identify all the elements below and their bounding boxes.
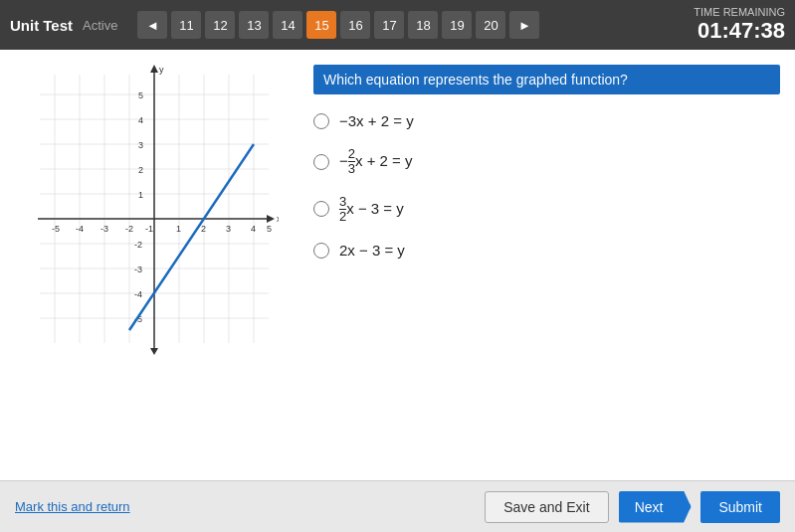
timer-label: TIME REMAINING <box>694 6 785 18</box>
nav-btn-11[interactable]: 11 <box>171 11 201 39</box>
y-axis-label: y <box>159 65 164 75</box>
footer-buttons: Save and Exit Next Submit <box>485 491 780 523</box>
save-exit-button[interactable]: Save and Exit <box>485 491 608 523</box>
nav-btn-13[interactable]: 13 <box>239 11 269 39</box>
question-area: Which equation represents the graphed fu… <box>313 60 780 470</box>
answer-option-b[interactable]: − 2 3 x + 2 = y <box>313 147 780 177</box>
radio-a[interactable] <box>313 113 329 129</box>
svg-marker-21 <box>267 215 275 223</box>
answer-option-d[interactable]: 2x − 3 = y <box>313 242 780 259</box>
graph-area: x y -5 -4 -3 -2 -1 1 2 3 4 5 5 4 3 2 1 -… <box>15 60 294 470</box>
radio-b[interactable] <box>313 154 329 170</box>
nav-btn-14[interactable]: 14 <box>273 11 302 39</box>
nav-btn-[interactable]: ► <box>509 11 539 39</box>
footer: Mark this and return Save and Exit Next … <box>0 480 795 532</box>
radio-d[interactable] <box>313 243 329 259</box>
svg-text:-1: -1 <box>145 224 153 234</box>
nav-btn-[interactable]: ◄ <box>137 11 167 39</box>
svg-text:3: 3 <box>226 224 231 234</box>
header-left: Unit Test Active ◄11121314151617181920► <box>10 11 539 39</box>
svg-text:5: 5 <box>138 90 143 100</box>
header: Unit Test Active ◄11121314151617181920► … <box>0 0 795 50</box>
svg-text:4: 4 <box>138 115 143 125</box>
answer-option-a[interactable]: −3x + 2 = y <box>313 112 780 129</box>
graphed-line <box>129 144 254 330</box>
svg-text:-3: -3 <box>100 224 108 234</box>
coordinate-graph: x y -5 -4 -3 -2 -1 1 2 3 4 5 5 4 3 2 1 -… <box>30 65 279 363</box>
svg-text:-2: -2 <box>125 224 133 234</box>
submit-button[interactable]: Submit <box>700 491 780 523</box>
svg-marker-23 <box>150 348 158 355</box>
nav-btn-19[interactable]: 19 <box>442 11 472 39</box>
test-title: Unit Test <box>10 17 73 34</box>
option-d-label: 2x − 3 = y <box>339 242 405 259</box>
svg-text:-4: -4 <box>134 289 142 299</box>
svg-text:2: 2 <box>138 165 143 175</box>
svg-text:-3: -3 <box>134 265 142 274</box>
svg-text:2: 2 <box>201 224 206 234</box>
test-status: Active <box>83 18 117 33</box>
radio-c[interactable] <box>313 201 329 217</box>
svg-text:1: 1 <box>138 190 143 200</box>
nav-btn-20[interactable]: 20 <box>476 11 505 39</box>
answer-option-c[interactable]: 3 2 x − 3 = y <box>313 195 780 225</box>
question-text: Which equation represents the graphed fu… <box>313 65 780 94</box>
nav-btn-12[interactable]: 12 <box>205 11 235 39</box>
svg-text:4: 4 <box>251 224 256 234</box>
next-button[interactable]: Next <box>619 491 692 523</box>
svg-marker-22 <box>150 65 158 73</box>
nav-btn-15[interactable]: 15 <box>306 11 336 39</box>
svg-text:1: 1 <box>176 224 181 234</box>
svg-text:-5: -5 <box>52 224 60 234</box>
option-a-label: −3x + 2 = y <box>339 112 414 129</box>
nav-btn-17[interactable]: 17 <box>374 11 404 39</box>
main-content: x y -5 -4 -3 -2 -1 1 2 3 4 5 5 4 3 2 1 -… <box>0 50 795 480</box>
timer-value: 01:47:38 <box>694 18 785 44</box>
svg-text:-2: -2 <box>134 240 142 250</box>
nav-buttons: ◄11121314151617181920► <box>137 11 539 39</box>
svg-text:-4: -4 <box>76 224 84 234</box>
nav-btn-18[interactable]: 18 <box>408 11 438 39</box>
svg-text:3: 3 <box>138 140 143 150</box>
timer-block: TIME REMAINING 01:47:38 <box>694 6 785 44</box>
nav-btn-16[interactable]: 16 <box>340 11 370 39</box>
option-c-label: 3 2 x − 3 = y <box>339 195 404 225</box>
x-axis-label: x <box>277 214 279 224</box>
option-b-label: − 2 3 x + 2 = y <box>339 147 413 177</box>
svg-text:5: 5 <box>267 224 272 234</box>
mark-return-button[interactable]: Mark this and return <box>15 499 130 514</box>
